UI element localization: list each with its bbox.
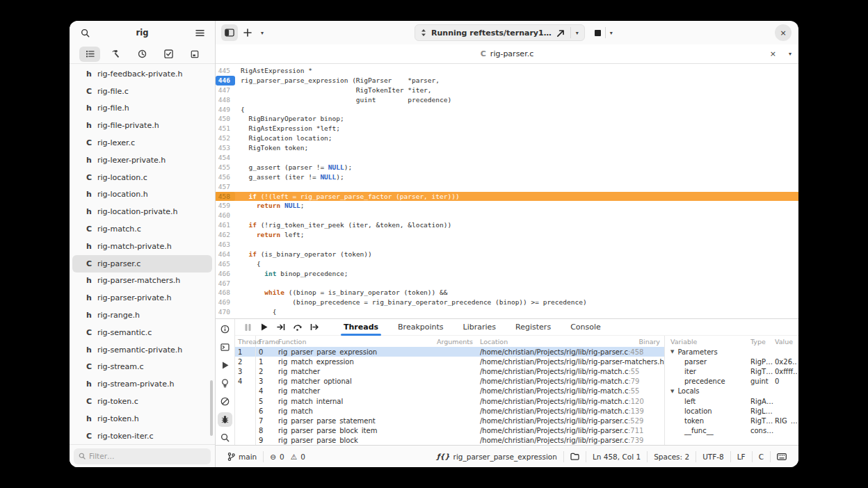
line-number[interactable]: 456 (216, 172, 235, 182)
code-line[interactable]: 469 (binop_precedence = rig_binary_opera… (216, 298, 798, 307)
tab-threads[interactable]: Threads (337, 319, 385, 336)
tab-console[interactable]: Console (563, 319, 608, 336)
file-item[interactable]: hrig-location.h (72, 186, 212, 204)
line-number[interactable]: 457 (216, 182, 235, 192)
variable-row[interactable]: parserRigP…0x26… (665, 357, 798, 366)
file-item[interactable]: Crig-token-iter.c (72, 428, 212, 444)
debugger-bug-icon[interactable] (218, 412, 232, 427)
run-arrow-icon[interactable] (556, 29, 565, 38)
current-execution-line[interactable]: 458 if (!(left = rig_parser_parse_factor… (216, 192, 798, 202)
code-line[interactable]: 456 g_assert (iter != NULL); (216, 172, 798, 182)
tab-registers[interactable]: Registers (508, 319, 558, 336)
project-folder-button[interactable] (564, 450, 586, 463)
search-panel-icon[interactable] (218, 430, 232, 445)
build-icon[interactable] (106, 47, 127, 62)
code-line[interactable]: 448 guint precedence) (216, 95, 798, 105)
stack-frame-row[interactable]: 5rig_match_internal/home/christian/Proje… (235, 396, 664, 406)
code-line[interactable]: 464 if (is_binary_operator (token)) (216, 250, 798, 259)
variable-row[interactable]: leftRigA… (665, 396, 798, 406)
code-line[interactable]: 461 if (!rig_token_iter_peek (iter, &tok… (216, 220, 798, 230)
variable-group[interactable]: ▼Locals (665, 387, 798, 396)
new-tab-caret-icon[interactable]: ▾ (257, 24, 267, 41)
variable-row[interactable]: __func__cons… (665, 426, 798, 436)
file-item[interactable]: hrig-semantic-private.h (72, 341, 212, 359)
sidebar-toggle-icon[interactable] (221, 24, 238, 41)
variable-row[interactable]: locationRigL… (665, 406, 798, 416)
file-item[interactable]: hrig-parser-matchers.h (72, 273, 212, 290)
info-icon[interactable] (218, 322, 232, 336)
encoding-setting[interactable]: UTF-8 (696, 450, 730, 463)
terminal-icon[interactable] (218, 340, 232, 355)
file-item[interactable]: hrig-location-private.h (72, 203, 212, 220)
file-item[interactable]: Crig-location.c (72, 169, 212, 186)
pause-icon[interactable] (241, 321, 255, 334)
code-line[interactable]: 447 RigTokenIter *iter, (216, 86, 798, 95)
file-item[interactable]: hrig-parser-private.h (72, 289, 212, 307)
file-item[interactable]: Crig-token.c (72, 393, 212, 410)
line-number[interactable]: 464 (216, 250, 235, 259)
tab-libraries[interactable]: Libraries (456, 319, 504, 336)
variable-row[interactable]: precedenceguint0 (665, 377, 798, 387)
line-number[interactable]: 468 (216, 288, 235, 298)
line-number[interactable]: 461 (216, 220, 235, 230)
history-icon[interactable] (132, 47, 153, 62)
code-line[interactable]: 455 g_assert (parser != NULL); (216, 163, 798, 172)
file-item[interactable]: hrig-file-private.h (72, 117, 212, 134)
line-number[interactable]: 450 (216, 114, 235, 124)
keyboard-button[interactable] (771, 450, 793, 463)
file-item[interactable]: hrig-match-private.h (72, 238, 212, 255)
window-close-button[interactable]: × (775, 24, 791, 41)
file-item[interactable]: Crig-lexer.c (72, 134, 212, 152)
disabled-icon[interactable] (218, 394, 232, 409)
line-number[interactable]: 449 (216, 105, 235, 115)
line-number[interactable]: 463 (216, 240, 235, 250)
line-number[interactable]: 465 (216, 259, 235, 269)
menu-icon[interactable] (191, 24, 208, 41)
code-line[interactable]: 468 while ((binop = is_binary_operator (… (216, 288, 798, 298)
code-line[interactable]: 460 (216, 211, 798, 220)
stack-frame-row[interactable]: 9rig_parser_parse_block/home/christian/P… (235, 436, 664, 445)
stack-frame-row[interactable]: 32rig_matcher/home/christian/Projects/ri… (235, 366, 664, 376)
stack-frame-row[interactable]: 7rig_parser_parse_statement/home/christi… (235, 416, 664, 425)
line-number[interactable]: 454 (216, 153, 235, 163)
code-line[interactable]: 446rig_parser_parse_expression (RigParse… (216, 76, 798, 86)
search-icon[interactable] (77, 24, 93, 41)
file-item[interactable]: Crig-semantic.c (72, 324, 212, 341)
filter-input[interactable]: Filter… (74, 448, 211, 464)
git-branch-indicator[interactable]: main (221, 450, 263, 463)
file-item[interactable]: Crig-stream.c (72, 359, 212, 376)
stack-frame-row[interactable]: 4rig_matcher/home/christian/Projects/rig… (235, 387, 664, 396)
diagnostics-indicator[interactable]: ⊖ 0 ⚠ 0 (264, 450, 312, 463)
variable-row[interactable]: tokenRigT…RIG_… (665, 416, 798, 425)
stack-frame-row[interactable]: 8rig_parser_parse_block_item/home/christ… (235, 426, 664, 436)
line-number[interactable]: 452 (216, 133, 235, 143)
stack-frame-row[interactable]: 6rig_match/home/christian/Projects/rig/l… (235, 406, 664, 416)
tab-breakpoints[interactable]: Breakpoints (391, 319, 451, 336)
code-line[interactable]: 454 (216, 153, 798, 163)
breakpoint-line-number[interactable]: 446 (216, 76, 235, 86)
expander-caret-icon[interactable]: ▼ (670, 389, 674, 394)
code-line[interactable]: 462 return left; (216, 230, 798, 240)
stop-icon[interactable] (595, 30, 601, 36)
stack-frame-row[interactable]: 10rig_parser_parse_expression/home/chris… (235, 347, 664, 357)
step-over-icon[interactable] (291, 321, 305, 334)
line-number[interactable]: 455 (216, 163, 235, 172)
stop-options-caret-icon[interactable]: ▾ (610, 30, 613, 36)
file-item[interactable]: hrig-lexer-private.h (72, 152, 212, 169)
line-number[interactable]: 469 (216, 298, 235, 307)
code-line[interactable]: 453 RigToken token; (216, 143, 798, 153)
tab-title[interactable]: rig-parser.c (490, 49, 533, 58)
code-line[interactable]: 466 int binop_precedence; (216, 269, 798, 279)
code-line[interactable]: 463 (216, 240, 798, 250)
expander-caret-icon[interactable]: ▼ (670, 349, 674, 355)
line-number[interactable]: 445 (216, 66, 235, 76)
code-line[interactable]: 470 { (216, 307, 798, 317)
language-setting[interactable]: C (753, 450, 770, 463)
step-into-icon[interactable] (274, 321, 288, 334)
code-line[interactable]: 452 RigLocation location; (216, 133, 798, 143)
line-number[interactable]: 462 (216, 230, 235, 240)
code-line[interactable]: 457 (216, 182, 798, 192)
code-line[interactable]: 450 RigBinaryOperator binop; (216, 114, 798, 124)
variable-row[interactable]: iterRigT…0xffff… (665, 366, 798, 376)
step-out-icon[interactable] (307, 321, 321, 334)
